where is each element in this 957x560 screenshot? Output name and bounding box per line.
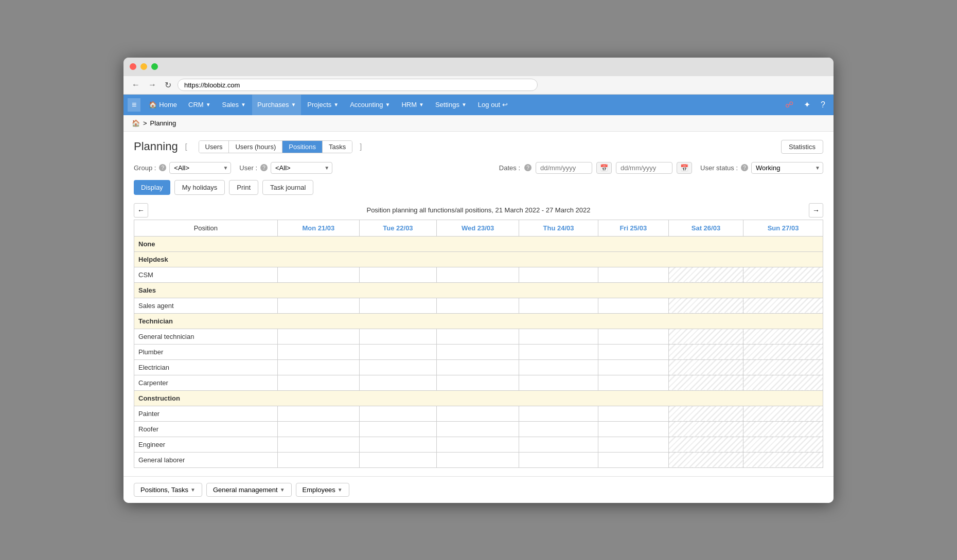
dates-help-icon[interactable]: ? [524, 164, 531, 171]
user-status-select[interactable]: Working All [751, 162, 823, 174]
cell-engineer-mon[interactable] [277, 437, 360, 452]
tab-users-hours[interactable]: Users (hours) [229, 141, 282, 153]
cell-painter-mon[interactable] [277, 406, 360, 421]
breadcrumb-home-icon[interactable]: 🏠 [132, 119, 140, 127]
cell-roofer-tue[interactable] [360, 421, 437, 437]
cell-csm-fri[interactable] [598, 267, 668, 282]
cell-plumber-thu[interactable] [519, 344, 598, 359]
cell-electrician-mon[interactable] [277, 359, 360, 375]
cell-gentech-wed[interactable] [436, 329, 519, 344]
tab-bracket-open: [ [182, 141, 190, 152]
cell-engineer-fri[interactable] [598, 437, 668, 452]
general-management-button[interactable]: General management ▼ [206, 483, 292, 497]
user-help-icon[interactable]: ? [260, 164, 268, 171]
url-input[interactable] [178, 79, 538, 91]
nav-item-hrm[interactable]: HRM ▼ [396, 95, 429, 115]
cell-carpenter-tue[interactable] [360, 375, 437, 390]
nav-item-crm[interactable]: CRM ▼ [183, 95, 216, 115]
col-sun: Sun 27/03 [743, 220, 823, 236]
cell-electrician-fri[interactable] [598, 359, 668, 375]
forward-button[interactable]: → [146, 79, 158, 91]
tools-icon[interactable]: ✦ [800, 98, 814, 112]
notification-icon[interactable]: ☍ [781, 98, 798, 112]
nav-logo[interactable]: ≡ [128, 98, 140, 112]
cell-roofer-wed[interactable] [436, 421, 519, 437]
task-journal-button[interactable]: Task journal [262, 180, 313, 195]
cell-engineer-tue[interactable] [360, 437, 437, 452]
cell-carpenter-mon[interactable] [277, 375, 360, 390]
nav-item-purchases[interactable]: Purchases ▼ [252, 95, 301, 115]
back-button[interactable]: ← [130, 79, 142, 91]
cell-csm-mon[interactable] [277, 267, 360, 282]
employees-button[interactable]: Employees ▼ [296, 483, 349, 497]
cell-plumber-mon[interactable] [277, 344, 360, 359]
cell-gentech-tue[interactable] [360, 329, 437, 344]
cell-painter-tue[interactable] [360, 406, 437, 421]
cell-salesagent-fri[interactable] [598, 298, 668, 313]
nav-item-sales[interactable]: Sales ▼ [217, 95, 251, 115]
cell-genlaborer-mon[interactable] [277, 452, 360, 467]
display-button[interactable]: Display [134, 180, 170, 195]
tab-users[interactable]: Users [199, 141, 229, 153]
cell-genlaborer-thu[interactable] [519, 452, 598, 467]
cell-engineer-thu[interactable] [519, 437, 598, 452]
minimize-dot[interactable] [140, 63, 147, 70]
nav-item-accounting[interactable]: Accounting ▼ [345, 95, 395, 115]
tab-positions[interactable]: Positions [282, 141, 323, 153]
date-to-input[interactable] [616, 162, 672, 174]
cell-genlaborer-fri[interactable] [598, 452, 668, 467]
cell-electrician-tue[interactable] [360, 359, 437, 375]
group-help-icon[interactable]: ? [159, 164, 166, 171]
user-status-help-icon[interactable]: ? [741, 164, 748, 171]
cell-electrician-wed[interactable] [436, 359, 519, 375]
cell-salesagent-thu[interactable] [519, 298, 598, 313]
week-title: Position planning all functions/all posi… [366, 206, 590, 214]
cell-carpenter-wed[interactable] [436, 375, 519, 390]
tab-group: Users Users (hours) Positions Tasks [199, 140, 353, 153]
cell-genlaborer-wed[interactable] [436, 452, 519, 467]
cell-salesagent-wed[interactable] [436, 298, 519, 313]
cell-painter-fri[interactable] [598, 406, 668, 421]
cell-carpenter-fri[interactable] [598, 375, 668, 390]
date-from-calendar-btn[interactable]: 📅 [596, 162, 612, 174]
cell-plumber-wed[interactable] [436, 344, 519, 359]
cell-csm-tue[interactable] [360, 267, 437, 282]
group-select[interactable]: <All> [169, 162, 231, 174]
user-select[interactable]: <All> [271, 162, 332, 174]
print-button[interactable]: Print [229, 180, 258, 195]
nav-item-home[interactable]: 🏠 Home [144, 95, 182, 115]
prev-week-button[interactable]: ← [134, 203, 148, 218]
cell-gentech-thu[interactable] [519, 329, 598, 344]
cell-roofer-mon[interactable] [277, 421, 360, 437]
cell-engineer-wed[interactable] [436, 437, 519, 452]
cell-painter-thu[interactable] [519, 406, 598, 421]
cell-salesagent-tue[interactable] [360, 298, 437, 313]
nav-item-logout[interactable]: Log out ↩ [473, 95, 513, 115]
statistics-button[interactable]: Statistics [781, 140, 823, 154]
cell-roofer-fri[interactable] [598, 421, 668, 437]
cell-gentech-mon[interactable] [277, 329, 360, 344]
cell-genlaborer-tue[interactable] [360, 452, 437, 467]
reload-button[interactable]: ↻ [163, 79, 173, 91]
cell-carpenter-thu[interactable] [519, 375, 598, 390]
tab-tasks[interactable]: Tasks [323, 141, 352, 153]
cell-electrician-thu[interactable] [519, 359, 598, 375]
cell-painter-wed[interactable] [436, 406, 519, 421]
my-holidays-button[interactable]: My holidays [174, 180, 225, 195]
cell-csm-thu[interactable] [519, 267, 598, 282]
cell-plumber-fri[interactable] [598, 344, 668, 359]
date-to-calendar-btn[interactable]: 📅 [677, 162, 692, 174]
help-icon[interactable]: ? [817, 98, 829, 112]
nav-item-projects[interactable]: Projects ▼ [302, 95, 344, 115]
cell-csm-wed[interactable] [436, 267, 519, 282]
close-dot[interactable] [130, 63, 136, 70]
cell-salesagent-mon[interactable] [277, 298, 360, 313]
nav-item-settings[interactable]: Settings ▼ [430, 95, 472, 115]
cell-gentech-fri[interactable] [598, 329, 668, 344]
cell-plumber-tue[interactable] [360, 344, 437, 359]
cell-roofer-thu[interactable] [519, 421, 598, 437]
positions-tasks-button[interactable]: Positions, Tasks ▼ [134, 483, 202, 497]
maximize-dot[interactable] [151, 63, 158, 70]
date-from-input[interactable] [536, 162, 592, 174]
next-week-button[interactable]: → [809, 203, 823, 218]
